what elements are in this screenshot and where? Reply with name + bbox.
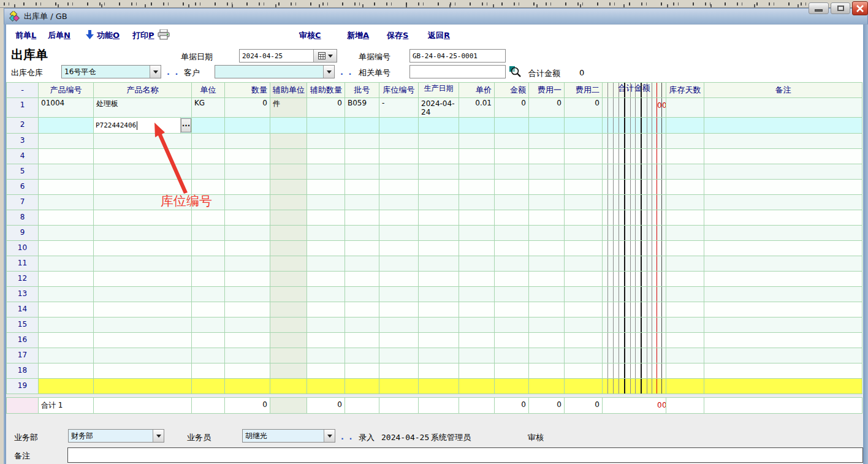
cell-amount[interactable] — [495, 379, 529, 394]
warehouse-browse-dots[interactable]: . . — [167, 67, 179, 77]
cell-qty[interactable] — [225, 149, 270, 164]
cell-prod_date[interactable] — [419, 164, 459, 180]
cell-batch[interactable] — [345, 348, 379, 363]
cell-prod_date[interactable] — [419, 318, 459, 333]
cell-remark[interactable] — [704, 180, 862, 195]
cell-location[interactable] — [379, 287, 419, 302]
cell-unit[interactable] — [192, 226, 225, 241]
cell-remark[interactable] — [704, 98, 862, 118]
cell-fee1[interactable] — [529, 180, 565, 195]
search-icon[interactable] — [509, 66, 522, 78]
close-button[interactable] — [852, 1, 868, 15]
cell-qty[interactable] — [225, 272, 270, 287]
cell-fee2[interactable] — [565, 348, 603, 363]
cell-aux_qty[interactable] — [307, 134, 345, 149]
cell-location[interactable] — [379, 348, 419, 363]
cell-price[interactable] — [459, 333, 495, 348]
cell-fee1[interactable] — [529, 256, 565, 272]
cell-unit[interactable] — [192, 134, 225, 149]
cell-location[interactable]: - — [379, 98, 419, 118]
cell-days[interactable] — [666, 256, 704, 272]
cell-days[interactable] — [666, 164, 704, 180]
cell-aux_qty[interactable]: 0 — [307, 98, 345, 118]
cell-product_name[interactable] — [94, 348, 192, 363]
cell-fee1[interactable] — [529, 287, 565, 302]
cell-price[interactable] — [459, 195, 495, 210]
cell-ledger[interactable] — [603, 302, 666, 318]
cell-aux_unit[interactable] — [270, 164, 307, 180]
cell-amount[interactable] — [495, 363, 529, 379]
cell-price[interactable] — [459, 318, 495, 333]
cell-days[interactable] — [666, 287, 704, 302]
cell-aux_qty[interactable] — [307, 210, 345, 226]
cell-days[interactable] — [666, 118, 704, 134]
row-number[interactable]: 5 — [7, 164, 39, 180]
cell-amount[interactable] — [495, 149, 529, 164]
cell-fee2[interactable] — [565, 195, 603, 210]
cell-ledger[interactable] — [603, 180, 666, 195]
cell-batch[interactable] — [345, 195, 379, 210]
cell-product_name[interactable] — [94, 379, 192, 394]
cell-location[interactable] — [379, 164, 419, 180]
cell-unit[interactable] — [192, 149, 225, 164]
cell-product_code[interactable] — [39, 241, 94, 256]
cell-fee2[interactable] — [565, 272, 603, 287]
cell-batch[interactable] — [345, 241, 379, 256]
add-button[interactable]: 新增A — [347, 30, 369, 41]
cell-unit[interactable] — [192, 256, 225, 272]
row-number[interactable]: 15 — [7, 318, 39, 333]
customer-browse-dots[interactable]: . . — [340, 67, 352, 77]
cell-product_code[interactable] — [39, 348, 94, 363]
cell-fee2[interactable] — [565, 256, 603, 272]
cell-fee1[interactable] — [529, 272, 565, 287]
cell-fee1[interactable] — [529, 134, 565, 149]
row-number[interactable]: 10 — [7, 241, 39, 256]
cell-amount[interactable] — [495, 134, 529, 149]
cell-prod_date[interactable] — [419, 241, 459, 256]
cell-remark[interactable] — [704, 195, 862, 210]
cell-product_name[interactable] — [94, 302, 192, 318]
cell-batch[interactable] — [345, 149, 379, 164]
cell-days[interactable] — [666, 318, 704, 333]
cell-qty[interactable] — [225, 348, 270, 363]
cell-remark[interactable] — [704, 134, 862, 149]
cell-days[interactable] — [666, 302, 704, 318]
cell-price[interactable] — [459, 210, 495, 226]
cell-prod_date[interactable] — [419, 149, 459, 164]
cell-aux_qty[interactable] — [307, 348, 345, 363]
cell-prod_date[interactable] — [419, 256, 459, 272]
cell-product_name[interactable] — [94, 164, 192, 180]
cell-product_name[interactable]: P722442406... — [94, 118, 192, 134]
cell-aux_unit[interactable] — [270, 195, 307, 210]
cell-amount[interactable] — [495, 333, 529, 348]
cell-remark[interactable] — [704, 164, 862, 180]
row-number[interactable]: 12 — [7, 272, 39, 287]
cell-qty[interactable] — [225, 363, 270, 379]
cell-aux_qty[interactable] — [307, 226, 345, 241]
cell-price[interactable] — [459, 241, 495, 256]
cell-prod_date[interactable] — [419, 379, 459, 394]
cell-unit[interactable] — [192, 379, 225, 394]
cell-qty[interactable] — [225, 118, 270, 134]
cell-ledger[interactable] — [603, 195, 666, 210]
cell-product_name[interactable] — [94, 241, 192, 256]
cell-product_name[interactable]: 处理板 — [94, 98, 192, 118]
cell-batch[interactable] — [345, 210, 379, 226]
cell-qty[interactable]: 0 — [225, 98, 270, 118]
cell-ledger[interactable] — [603, 226, 666, 241]
cell-fee2[interactable] — [565, 363, 603, 379]
cell-ledger[interactable] — [603, 272, 666, 287]
cell-remark[interactable] — [704, 256, 862, 272]
cell-price[interactable] — [459, 118, 495, 134]
cell-days[interactable] — [666, 195, 704, 210]
cell-aux_unit[interactable] — [270, 363, 307, 379]
row-number[interactable]: 11 — [7, 256, 39, 272]
cell-unit[interactable] — [192, 164, 225, 180]
salesman-dropdown-button[interactable] — [324, 430, 335, 442]
cell-product_name[interactable] — [94, 318, 192, 333]
cell-unit[interactable] — [192, 210, 225, 226]
cell-fee1[interactable]: 0 — [529, 98, 565, 118]
calendar-dropdown-button[interactable] — [313, 50, 337, 62]
cell-price[interactable] — [459, 272, 495, 287]
cell-product_code[interactable] — [39, 318, 94, 333]
